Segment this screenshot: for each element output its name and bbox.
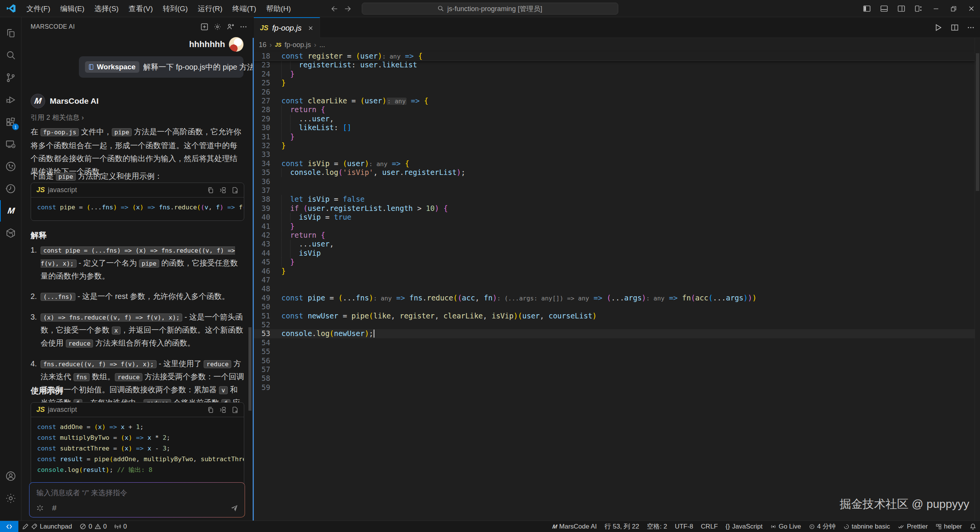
- editor-scrollbar[interactable]: [975, 38, 980, 521]
- chat-settings-gear-icon[interactable]: [214, 23, 221, 31]
- code-line-48[interactable]: 48: [253, 284, 975, 294]
- new-chat-icon[interactable]: [201, 23, 208, 31]
- vscode-logo-icon[interactable]: [6, 3, 16, 13]
- menu-item-4[interactable]: 转到(G): [158, 0, 193, 17]
- problems-item[interactable]: 0 0: [76, 521, 111, 532]
- code-line-26[interactable]: 26: [253, 88, 975, 97]
- code-line-47[interactable]: 47: [253, 276, 975, 285]
- code-line-38[interactable]: 38 let isVip = false: [253, 195, 975, 204]
- run-debug-icon[interactable]: [0, 89, 21, 111]
- timeline-icon[interactable]: [0, 178, 21, 199]
- cursor-position-item[interactable]: 行 53, 列 22: [601, 521, 643, 532]
- new-file-code-icon[interactable]: [232, 187, 238, 194]
- prettier-item[interactable]: Prettier: [894, 521, 932, 532]
- customize-layout-icon[interactable]: [910, 0, 927, 17]
- settings-gear-icon[interactable]: [0, 488, 21, 509]
- remote-indicator[interactable]: [0, 521, 18, 532]
- minimize-button[interactable]: [927, 0, 945, 17]
- copy-code-icon[interactable]: [207, 406, 214, 413]
- chat-scrollbar-thumb[interactable]: [248, 327, 252, 411]
- command-center-search[interactable]: js-function-programing [管理员]: [362, 3, 618, 15]
- code-line-33[interactable]: 33: [253, 150, 975, 159]
- code-line-40[interactable]: 40 isVip = true: [253, 213, 975, 222]
- new-file-code-icon[interactable]: [232, 406, 238, 413]
- code-line-37[interactable]: 37: [253, 186, 975, 195]
- code-line-23[interactable]: 23 registerList: user.likeList: [253, 60, 975, 70]
- sticky-scroll-line[interactable]: 18 const register = (user): any => {: [253, 52, 975, 61]
- code-line-43[interactable]: 43 ...user,: [253, 240, 975, 249]
- marscode-status-item[interactable]: MMarsCode AI: [549, 521, 601, 532]
- code-line-58[interactable]: 58: [253, 374, 975, 383]
- forward-arrow-icon[interactable]: [345, 5, 352, 13]
- back-arrow-icon[interactable]: [330, 5, 338, 13]
- code-line-28[interactable]: 28 return {: [253, 105, 975, 114]
- menu-item-1[interactable]: 编辑(E): [55, 0, 89, 17]
- code-line-42[interactable]: 42 return {: [253, 231, 975, 240]
- commands-asterisk-icon[interactable]: [36, 504, 44, 512]
- citation-link[interactable]: 引用 2 相关信息 ›: [31, 113, 84, 122]
- extensions-icon[interactable]: 1: [0, 111, 21, 133]
- feedback-icon[interactable]: [227, 23, 234, 31]
- code-line-41[interactable]: 41 }: [253, 222, 975, 231]
- eol-item[interactable]: CRLF: [697, 521, 722, 532]
- language-mode-item[interactable]: {}JavaScript: [722, 521, 766, 532]
- tab-fp-oop-js[interactable]: JS fp-oop.js: [254, 17, 320, 38]
- chat-input[interactable]: 输入消息或者 “/” 来选择指令 #: [29, 482, 245, 517]
- menu-item-3[interactable]: 查看(V): [124, 0, 158, 17]
- code-line-45[interactable]: 45 }: [253, 258, 975, 267]
- code-line-46[interactable]: 46}: [253, 267, 975, 276]
- source-control-icon[interactable]: [0, 67, 21, 88]
- launchpad-item[interactable]: Launchpad: [18, 521, 76, 532]
- editor-scrollbar-thumb[interactable]: [976, 53, 979, 191]
- menu-item-2[interactable]: 选择(S): [90, 0, 124, 17]
- code-line-27[interactable]: 27const clearLike = (user): any => {: [253, 96, 975, 106]
- code-line-39[interactable]: 39 if (user.registerList.length > 10) {: [253, 204, 975, 213]
- insert-code-icon[interactable]: [219, 187, 226, 194]
- marscode-ai-icon[interactable]: M: [0, 200, 21, 222]
- copy-code-icon[interactable]: [207, 187, 214, 194]
- code-line-29[interactable]: 29 ...user,: [253, 114, 975, 124]
- project-box-icon[interactable]: [0, 222, 21, 244]
- close-window-button[interactable]: [962, 0, 980, 17]
- restore-button[interactable]: [945, 0, 962, 17]
- notifications-bell-icon[interactable]: [966, 521, 980, 532]
- code-line-50[interactable]: 50: [253, 302, 975, 312]
- menu-item-7[interactable]: 帮助(H): [261, 0, 296, 17]
- code-line-31[interactable]: 31 }: [253, 132, 975, 142]
- go-live-item[interactable]: Go Live: [766, 521, 805, 532]
- time-tracker-item[interactable]: 4 分钟: [805, 521, 840, 532]
- code-line-54[interactable]: 54: [253, 338, 975, 348]
- code-line-32[interactable]: 32}: [253, 141, 975, 150]
- tabnine-item[interactable]: tabnine basic: [840, 521, 894, 532]
- insert-code-icon[interactable]: [219, 406, 226, 413]
- indentation-item[interactable]: 空格: 2: [643, 521, 671, 532]
- run-file-icon[interactable]: [934, 23, 942, 32]
- toggle-panel-icon[interactable]: [875, 0, 893, 17]
- live-share-icon[interactable]: [0, 156, 21, 177]
- code-line-25[interactable]: 25}: [253, 78, 975, 88]
- tab-close-icon[interactable]: [308, 25, 314, 31]
- code-line-36[interactable]: 36: [253, 177, 975, 186]
- search-view-icon[interactable]: [0, 45, 21, 66]
- code-line-57[interactable]: 57: [253, 365, 975, 374]
- menu-item-5[interactable]: 运行(R): [193, 0, 227, 17]
- toggle-sidebar-icon[interactable]: [858, 0, 875, 17]
- breadcrumb[interactable]: 16 JS fp-oop.js ...: [259, 38, 325, 52]
- editor-more-icon[interactable]: [967, 24, 975, 31]
- sidebar-resize-sash[interactable]: [253, 38, 254, 521]
- send-icon[interactable]: [230, 504, 238, 512]
- ports-item[interactable]: 0: [111, 521, 131, 532]
- accounts-icon[interactable]: [0, 465, 21, 487]
- code-line-52[interactable]: 52: [253, 320, 975, 330]
- menu-item-6[interactable]: 终端(T): [227, 0, 261, 17]
- more-actions-icon[interactable]: [240, 23, 247, 31]
- menu-item-0[interactable]: 文件(F): [21, 0, 55, 17]
- code-line-35[interactable]: 35 console.log('isVip', user.registerLis…: [253, 168, 975, 177]
- remote-explorer-icon[interactable]: [0, 134, 21, 155]
- explorer-icon[interactable]: [0, 23, 21, 44]
- code-line-49[interactable]: 49const pipe = (...fns): any => fns.redu…: [253, 294, 975, 303]
- encoding-item[interactable]: UTF-8: [671, 521, 697, 532]
- toggle-secondary-sidebar-icon[interactable]: [893, 0, 910, 17]
- code-line-34[interactable]: 34const isVip = (user): any => {: [253, 159, 975, 168]
- code-line-24[interactable]: 24 }: [253, 70, 975, 79]
